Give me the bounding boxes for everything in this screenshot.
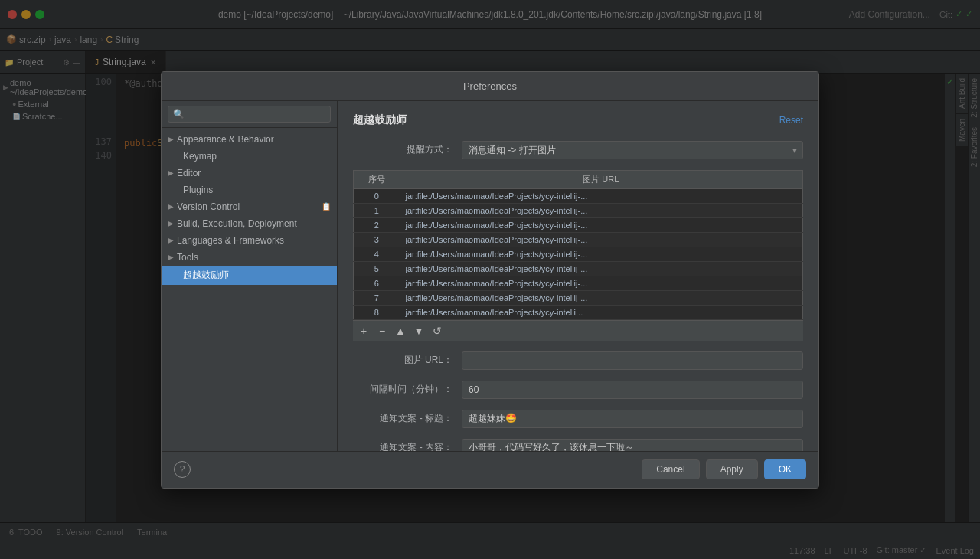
cell-seq: 3 (354, 232, 400, 247)
table-reset-btn[interactable]: ↺ (430, 323, 445, 338)
dialog-title: Preferences (162, 72, 818, 101)
img-url-row: 图片 URL： (353, 351, 803, 370)
cell-seq: 8 (354, 305, 400, 319)
nav-expand-appearance: ▶ (168, 135, 174, 143)
preferences-dialog-overlay: Preferences ▶ Appearance & Behavior Keym… (0, 0, 980, 559)
nav-item-plugins[interactable]: Plugins (162, 181, 337, 198)
reminder-select-wrap: 消息通知 -> 打开图片 ▼ (462, 141, 803, 159)
notice-content-row: 通知文案 - 内容： (353, 439, 803, 451)
nav-expand-vcs: ▶ (168, 202, 174, 211)
col-header-seq: 序号 (354, 170, 400, 188)
dialog-footer: ? Cancel Apply OK (162, 451, 818, 488)
ok-button[interactable]: OK (764, 459, 806, 479)
content-title: 超越鼓励师 (353, 113, 407, 127)
nav-item-editor[interactable]: ▶ Editor (162, 165, 337, 181)
interval-label: 间隔时间（分钟）： (353, 383, 452, 396)
notice-content-wrap (462, 439, 803, 451)
table-row[interactable]: 5jar:file:/Users/maomao/IdeaProjects/ycy… (354, 261, 803, 276)
reminder-row: 提醒方式： 消息通知 -> 打开图片 ▼ (353, 141, 803, 159)
col-header-url: 图片 URL (400, 170, 803, 188)
cell-seq: 6 (354, 276, 400, 290)
table-row[interactable]: 0jar:file:/Users/maomao/IdeaProjects/ycy… (354, 188, 803, 203)
table-row[interactable]: 6jar:file:/Users/maomao/IdeaProjects/ycy… (354, 276, 803, 290)
footer-right: Cancel Apply OK (642, 459, 806, 479)
table-row[interactable]: 7jar:file:/Users/maomao/IdeaProjects/ycy… (354, 290, 803, 305)
nav-item-chaoeyue[interactable]: 超越鼓励师 (162, 266, 337, 285)
interval-row: 间隔时间（分钟）： (353, 381, 803, 399)
cell-seq: 1 (354, 203, 400, 217)
reminder-label: 提醒方式： (353, 143, 452, 156)
dialog-nav: ▶ Appearance & Behavior Keymap ▶ Editor … (162, 101, 338, 451)
apply-button[interactable]: Apply (706, 459, 758, 479)
cell-url: jar:file:/Users/maomao/IdeaProjects/ycy-… (400, 290, 803, 305)
interval-wrap (462, 381, 803, 399)
interval-input[interactable] (462, 381, 803, 399)
cell-url: jar:file:/Users/maomao/IdeaProjects/ycy-… (400, 203, 803, 217)
nav-item-appearance[interactable]: ▶ Appearance & Behavior (162, 131, 337, 148)
nav-expand-editor: ▶ (168, 168, 174, 177)
cell-url: jar:file:/Users/maomao/IdeaProjects/ycy-… (400, 305, 803, 319)
image-table: 序号 图片 URL 0jar:file:/Users/maomao/IdeaPr… (353, 170, 803, 320)
table-row[interactable]: 1jar:file:/Users/maomao/IdeaProjects/ycy… (354, 203, 803, 217)
cell-url: jar:file:/Users/maomao/IdeaProjects/ycy-… (400, 261, 803, 276)
cell-seq: 2 (354, 217, 400, 232)
nav-item-build[interactable]: ▶ Build, Execution, Deployment (162, 215, 337, 232)
cell-url: jar:file:/Users/maomao/IdeaProjects/ycy-… (400, 276, 803, 290)
table-row[interactable]: 2jar:file:/Users/maomao/IdeaProjects/ycy… (354, 217, 803, 232)
nav-item-vcs[interactable]: ▶ Version Control 📋 (162, 198, 337, 215)
notice-title-wrap (462, 410, 803, 428)
table-add-btn[interactable]: + (356, 323, 371, 338)
table-move-down-btn[interactable]: ▼ (411, 323, 426, 338)
nav-list: ▶ Appearance & Behavior Keymap ▶ Editor … (162, 128, 337, 451)
table-row[interactable]: 3jar:file:/Users/maomao/IdeaProjects/ycy… (354, 232, 803, 247)
notice-title-row: 通知文案 - 标题： (353, 410, 803, 428)
table-move-up-btn[interactable]: ▲ (393, 323, 408, 338)
cell-url: jar:file:/Users/maomao/IdeaProjects/ycy-… (400, 247, 803, 261)
preferences-dialog: Preferences ▶ Appearance & Behavior Keym… (161, 71, 819, 489)
search-input[interactable] (168, 106, 331, 123)
table-toolbar: + − ▲ ▼ ↺ (353, 320, 803, 341)
vcs-badge: 📋 (322, 202, 331, 211)
cell-seq: 0 (354, 188, 400, 203)
cancel-button[interactable]: Cancel (642, 459, 699, 479)
dialog-body: ▶ Appearance & Behavior Keymap ▶ Editor … (162, 101, 818, 451)
nav-item-tools[interactable]: ▶ Tools (162, 249, 337, 266)
table-row[interactable]: 4jar:file:/Users/maomao/IdeaProjects/ycy… (354, 247, 803, 261)
nav-expand-tools: ▶ (168, 253, 174, 261)
nav-item-keymap[interactable]: Keymap (162, 148, 337, 165)
content-header: 超越鼓励师 Reset (353, 113, 803, 127)
footer-left: ? (174, 461, 191, 478)
reminder-select[interactable]: 消息通知 -> 打开图片 (462, 141, 803, 159)
img-url-label: 图片 URL： (353, 354, 452, 367)
notice-title-input[interactable] (462, 410, 803, 428)
help-button[interactable]: ? (174, 461, 191, 478)
notice-title-label: 通知文案 - 标题： (353, 412, 452, 425)
table-remove-btn[interactable]: − (374, 323, 390, 338)
cell-seq: 5 (354, 261, 400, 276)
table-row[interactable]: 8jar:file:/Users/maomao/IdeaProjects/ycy… (354, 305, 803, 319)
dialog-content: 超越鼓励师 Reset 提醒方式： 消息通知 -> 打开图片 ▼ (338, 101, 818, 451)
nav-expand-build: ▶ (168, 219, 174, 227)
image-table-section: 序号 图片 URL 0jar:file:/Users/maomao/IdeaPr… (353, 170, 803, 341)
nav-item-lang[interactable]: ▶ Languages & Frameworks (162, 232, 337, 249)
img-url-input[interactable] (462, 351, 803, 370)
img-url-wrap (462, 351, 803, 370)
reset-link[interactable]: Reset (779, 115, 803, 126)
notice-content-input[interactable] (462, 439, 803, 451)
cell-url: jar:file:/Users/maomao/IdeaProjects/ycy-… (400, 232, 803, 247)
cell-url: jar:file:/Users/maomao/IdeaProjects/ycy-… (400, 188, 803, 203)
cell-url: jar:file:/Users/maomao/IdeaProjects/ycy-… (400, 217, 803, 232)
search-box (162, 101, 337, 128)
nav-expand-lang: ▶ (168, 236, 174, 244)
cell-seq: 4 (354, 247, 400, 261)
cell-seq: 7 (354, 290, 400, 305)
notice-content-label: 通知文案 - 内容： (353, 441, 452, 451)
